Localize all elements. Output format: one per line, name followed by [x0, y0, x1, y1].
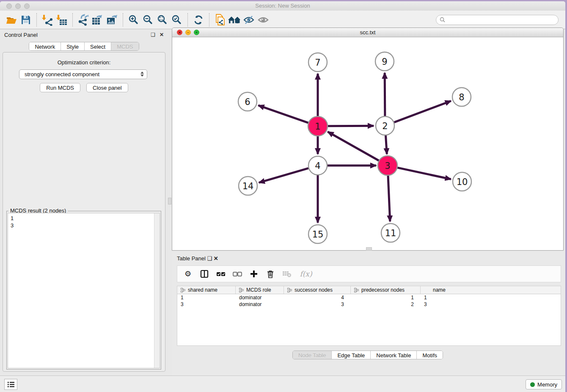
column-header-MCDS-role[interactable]: MCDS role [236, 286, 284, 294]
cell-MCDS-role[interactable]: dominator [236, 301, 284, 307]
tab-network[interactable]: Network [29, 42, 61, 50]
first-neighbors-button[interactable] [227, 13, 242, 27]
graph-node-10[interactable]: 10 [453, 172, 471, 191]
cell-name[interactable]: 3 [421, 301, 456, 307]
memory-status-icon [530, 382, 535, 387]
cell-successor-nodes[interactable]: 4 [284, 295, 351, 301]
open-folder-icon [6, 14, 17, 25]
graph-node-1[interactable]: 1 [308, 116, 328, 136]
zoom-fit-button[interactable] [155, 13, 170, 27]
import-network-button[interactable] [40, 13, 55, 27]
function-builder-button[interactable]: f(x) [299, 269, 313, 279]
table-row[interactable]: 1dominator411 [177, 294, 561, 301]
table-panel-title: Table Panel [177, 255, 206, 262]
graph-node-2[interactable]: 2 [376, 116, 394, 135]
tab-mcds[interactable]: MCDS [111, 42, 138, 50]
graph-edge-2-8[interactable] [394, 101, 451, 122]
canvas-resize-grip[interactable] [366, 247, 372, 251]
toolbar-separator [187, 13, 188, 27]
control-panel-close-icon[interactable]: ✕ [160, 32, 164, 38]
graph-node-3[interactable]: 3 [378, 156, 397, 175]
export-image-button[interactable] [105, 13, 119, 27]
graph-edge-3-10[interactable] [397, 168, 451, 179]
cell-shared-name[interactable]: 1 [177, 295, 236, 301]
zoom-in-button[interactable] [127, 13, 141, 27]
graph-edge-1-6[interactable] [258, 105, 308, 123]
show-columns-button[interactable] [200, 269, 209, 279]
result-scrollbar[interactable] [154, 213, 160, 368]
column-header-predecessor-nodes[interactable]: predecessor nodes [351, 286, 421, 294]
cell-predecessor-nodes[interactable]: 1 [351, 295, 421, 301]
graph-edge-3-1[interactable] [328, 132, 379, 160]
zoom-out-button[interactable] [141, 13, 155, 27]
tab-style[interactable]: Style [61, 42, 85, 50]
task-history-button[interactable] [4, 379, 17, 390]
mcds-result-group: MCDS result (2 nodes) 1 3 [6, 211, 161, 370]
node-label: 11 [385, 228, 396, 238]
zoom-selected-button[interactable] [170, 13, 184, 27]
delete-column-button[interactable] [266, 269, 275, 279]
open-session-button[interactable] [4, 13, 19, 27]
graph-node-6[interactable]: 6 [238, 92, 257, 111]
run-mcds-button[interactable]: Run MCDS [40, 83, 80, 92]
table-panel-float-icon[interactable]: ❑ [207, 255, 212, 262]
tab-motifs[interactable]: Motifs [417, 351, 443, 359]
cell-name[interactable]: 1 [421, 295, 456, 301]
save-session-button[interactable] [19, 13, 33, 27]
graph-node-4[interactable]: 4 [308, 156, 327, 175]
cell-MCDS-role[interactable]: dominator [236, 295, 284, 301]
export-network-button[interactable] [76, 13, 91, 27]
graph-edge-4-14[interactable] [259, 168, 308, 182]
splitter-grip[interactable] [168, 198, 171, 204]
cell-shared-name[interactable]: 3 [177, 301, 236, 307]
graph-node-14[interactable]: 14 [239, 177, 257, 195]
clone-network-button[interactable] [213, 13, 227, 27]
memory-button[interactable]: Memory [526, 379, 562, 389]
delete-table-button[interactable] [282, 269, 292, 279]
vertical-splitter[interactable] [168, 29, 172, 375]
show-all-button[interactable] [256, 13, 270, 27]
graph-node-15[interactable]: 15 [308, 225, 327, 243]
tab-node-table[interactable]: Node Table [293, 351, 332, 359]
select-all-button[interactable] [216, 269, 226, 279]
gear-icon: ⚙ [184, 270, 191, 278]
node-label: 4 [315, 161, 320, 171]
tab-network-table[interactable]: Network Table [371, 351, 417, 359]
graph-edge-3-11[interactable] [388, 175, 390, 221]
search-input[interactable] [447, 17, 555, 23]
unselect-all-button[interactable] [233, 269, 242, 279]
graph-edge-1-2[interactable] [328, 126, 374, 126]
cell-successor-nodes[interactable]: 3 [284, 301, 351, 307]
cell-predecessor-nodes[interactable]: 2 [351, 301, 421, 307]
mcds-result-list[interactable]: 1 3 [8, 213, 160, 368]
column-header-successor-nodes[interactable]: successor nodes [284, 286, 351, 294]
table-row[interactable]: 3dominator323 [177, 301, 561, 308]
apply-layout-button[interactable] [191, 13, 206, 27]
control-panel-float-icon[interactable]: ❑ [151, 32, 155, 38]
main-toolbar [0, 11, 565, 29]
node-label: 3 [385, 161, 390, 171]
table-settings-button[interactable]: ⚙ [183, 269, 193, 279]
graph-node-8[interactable]: 8 [452, 88, 471, 106]
add-column-button[interactable] [249, 269, 259, 279]
tab-edge-table[interactable]: Edge Table [332, 351, 371, 359]
graph-edge-2-9[interactable] [385, 73, 385, 116]
graph-node-9[interactable]: 9 [375, 52, 394, 71]
graph-node-7[interactable]: 7 [308, 53, 327, 72]
column-header-shared-name[interactable]: shared name [177, 286, 236, 294]
close-panel-button[interactable]: Close panel [86, 83, 128, 92]
graph-node-11[interactable]: 11 [381, 224, 400, 242]
column-header-name[interactable]: name [421, 286, 456, 294]
tab-select[interactable]: Select [85, 42, 111, 50]
export-table-button[interactable] [91, 13, 105, 27]
search-field[interactable] [436, 15, 559, 25]
criterion-select[interactable]: strongly connected component [19, 69, 147, 79]
import-table-button[interactable] [55, 13, 69, 27]
graph-edge-2-3[interactable] [385, 135, 387, 154]
toolbar-separator [72, 13, 73, 27]
table-panel-close-icon[interactable]: ✕ [214, 255, 218, 262]
hide-selected-button[interactable] [242, 13, 256, 27]
network-canvas[interactable]: 7968124314101511 [172, 38, 563, 250]
column-label: shared name [188, 287, 217, 293]
column-label: MCDS role [246, 287, 271, 293]
